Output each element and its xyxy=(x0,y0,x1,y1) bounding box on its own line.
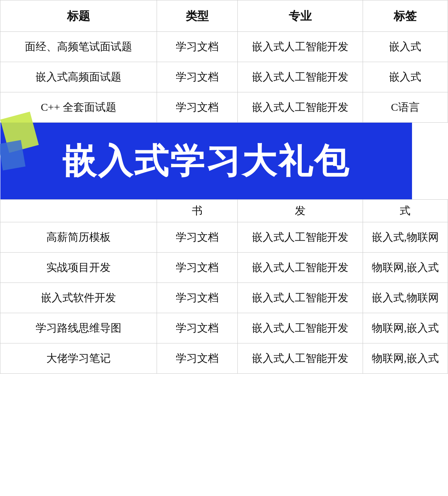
cell-partial-major: 发 xyxy=(237,200,363,222)
banner-row: 嵌入式学习大礼包 xyxy=(0,123,448,200)
cell-partial-tag: 式 xyxy=(363,200,448,222)
cell-major: 嵌入式人工智能开发 xyxy=(237,92,363,123)
table-row: C++ 全套面试题 学习文档 嵌入式人工智能开发 C语言 xyxy=(0,92,448,123)
cell-tag: 嵌入式 xyxy=(363,32,448,62)
sticker-blue-decoration xyxy=(0,140,25,170)
cell-major: 嵌入式人工智能开发 xyxy=(237,32,363,62)
cell-type: 学习文档 xyxy=(157,313,237,343)
cell-title: 嵌入式高频面试题 xyxy=(0,62,157,92)
content-table: 标题 类型 专业 标签 面经、高频笔试面试题 学习文档 嵌入式人工智能开发 嵌入… xyxy=(0,0,448,374)
cell-tag: 物联网,嵌入式 xyxy=(363,313,448,343)
cell-title: 嵌入式软件开发 xyxy=(0,283,157,313)
main-container: 标题 类型 专业 标签 面经、高频笔试面试题 学习文档 嵌入式人工智能开发 嵌入… xyxy=(0,0,448,374)
cell-type: 学习文档 xyxy=(157,253,237,283)
cell-type: 学习文档 xyxy=(157,283,237,313)
cell-partial-title xyxy=(0,200,157,222)
table-row: 嵌入式软件开发 学习文档 嵌入式人工智能开发 嵌入式,物联网 xyxy=(0,283,448,313)
header-major: 专业 xyxy=(237,0,363,32)
cell-tag: 物联网,嵌入式 xyxy=(363,253,448,283)
table-header-row: 标题 类型 专业 标签 xyxy=(0,0,448,32)
cell-title: 面经、高频笔试面试题 xyxy=(0,32,157,62)
cell-title: 学习路线思维导图 xyxy=(0,313,157,343)
header-title: 标题 xyxy=(0,0,157,32)
cell-tag: 嵌入式,物联网 xyxy=(363,222,448,253)
cell-title: 高薪简历模板 xyxy=(0,222,157,253)
cell-tag: C语言 xyxy=(363,92,448,123)
cell-tag: 物联网,嵌入式 xyxy=(363,343,448,374)
cell-tag: 嵌入式 xyxy=(363,62,448,92)
table-row: 面经、高频笔试面试题 学习文档 嵌入式人工智能开发 嵌入式 xyxy=(0,32,448,62)
cell-type: 学习文档 xyxy=(157,343,237,374)
cell-major: 嵌入式人工智能开发 xyxy=(237,222,363,253)
banner-overlay: 嵌入式学习大礼包 xyxy=(0,123,412,199)
banner-text: 嵌入式学习大礼包 xyxy=(62,135,350,187)
cell-title: 实战项目开发 xyxy=(0,253,157,283)
cell-type: 学习文档 xyxy=(157,222,237,253)
table-row: 高薪简历模板 学习文档 嵌入式人工智能开发 嵌入式,物联网 xyxy=(0,222,448,253)
cell-major: 嵌入式人工智能开发 xyxy=(237,253,363,283)
cell-major: 嵌入式人工智能开发 xyxy=(237,62,363,92)
cell-type: 学习文档 xyxy=(157,92,237,123)
table-row: 实战项目开发 学习文档 嵌入式人工智能开发 物联网,嵌入式 xyxy=(0,253,448,283)
cell-major: 嵌入式人工智能开发 xyxy=(237,313,363,343)
header-type: 类型 xyxy=(157,0,237,32)
cell-partial-type: 书 xyxy=(157,200,237,222)
cell-type: 学习文档 xyxy=(157,32,237,62)
banner-cell: 嵌入式学习大礼包 xyxy=(0,123,448,200)
header-tag: 标签 xyxy=(363,0,448,32)
cell-major: 嵌入式人工智能开发 xyxy=(237,343,363,374)
table-row: 嵌入式高频面试题 学习文档 嵌入式人工智能开发 嵌入式 xyxy=(0,62,448,92)
table-row: 大佬学习笔记 学习文档 嵌入式人工智能开发 物联网,嵌入式 xyxy=(0,343,448,374)
cell-major: 嵌入式人工智能开发 xyxy=(237,283,363,313)
cell-title: 大佬学习笔记 xyxy=(0,343,157,374)
cell-type: 学习文档 xyxy=(157,62,237,92)
partial-row: 书 发 式 xyxy=(0,200,448,222)
table-row: 学习路线思维导图 学习文档 嵌入式人工智能开发 物联网,嵌入式 xyxy=(0,313,448,343)
cell-tag: 嵌入式,物联网 xyxy=(363,283,448,313)
